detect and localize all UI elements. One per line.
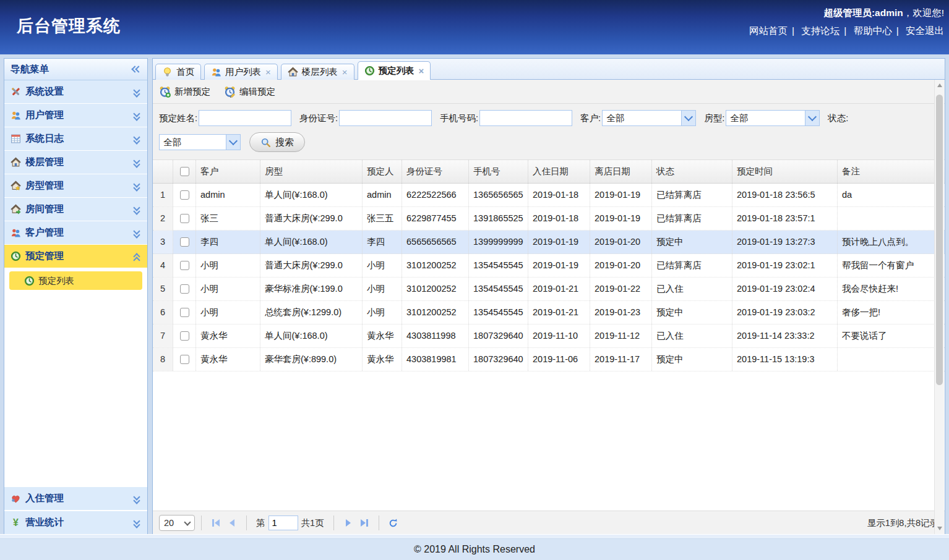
edit-booking-button[interactable]: 编辑预定 [224, 86, 275, 98]
page-number-input[interactable] [268, 515, 298, 530]
cell-note [838, 348, 945, 371]
header-link[interactable]: 网站首页 [749, 25, 788, 36]
users-icon [211, 67, 221, 77]
phone-input[interactable] [479, 110, 572, 126]
log-icon [11, 134, 21, 144]
vertical-scrollbar[interactable] [934, 80, 944, 534]
collapse-sidebar-icon[interactable] [132, 65, 141, 74]
toolbar: 新增预定 编辑预定 [153, 80, 945, 104]
tab[interactable]: 预定列表 × [358, 61, 431, 80]
scroll-up-icon[interactable] [937, 83, 942, 87]
column-header[interactable]: 预定时间 [732, 160, 838, 183]
cell-room-type: 普通大床房(¥:299.0 [260, 254, 363, 277]
chevron-down-icon [184, 519, 191, 525]
sidebar-item[interactable]: 楼层管理 [4, 151, 147, 174]
cell-checkout-date: 2019-01-23 [590, 301, 652, 324]
last-page-button[interactable] [356, 515, 372, 530]
sidebar-item[interactable]: 客户管理 [4, 221, 147, 245]
header-link[interactable]: 安全退出 [906, 25, 944, 36]
row-checkbox-cell [173, 325, 196, 347]
scroll-down-icon[interactable] [937, 527, 942, 530]
cell-id-number: 4303819981 [402, 348, 469, 371]
table-row[interactable]: 4 小明 普通大床房(¥:299.0 小明 3101200252 1354545… [153, 254, 945, 278]
cell-booking-time: 2019-01-18 23:56:5 [732, 184, 838, 206]
table-row[interactable]: 2 张三 普通大床房(¥:299.0 张三五 6229877455 139186… [153, 207, 945, 231]
roomtype-icon [11, 180, 21, 191]
cell-checkin-date: 2019-01-18 [528, 184, 590, 206]
header-links: 网站首页| 支持论坛| 帮助中心| 安全退出| [749, 24, 944, 38]
page-size-select[interactable]: 20 [159, 515, 195, 531]
first-page-button[interactable] [208, 515, 224, 530]
select-all-checkbox[interactable] [180, 167, 189, 176]
column-header[interactable]: 房型 [260, 160, 363, 183]
tab-close-icon[interactable]: × [342, 67, 348, 77]
scrollbar-thumb[interactable] [936, 95, 943, 385]
sidebar-item[interactable]: ¥ 营业统计 [4, 511, 147, 535]
tab[interactable]: 用户列表 × [204, 64, 278, 80]
chevron-down-icon[interactable] [226, 135, 240, 150]
sidebar-item[interactable]: 预定管理 [4, 245, 147, 268]
grid-header: 客户 房型 预定人 身份证号 手机号 入住日期 离店日期 状态 预定时间 备注 [153, 160, 945, 184]
row-checkbox[interactable] [180, 355, 189, 364]
sidebar-item[interactable]: 入住管理 [4, 486, 147, 511]
table-row[interactable]: 6 小明 总统套房(¥:1299.0) 小明 3101200252 135454… [153, 301, 945, 325]
cell-id-number: 3101200252 [402, 278, 469, 300]
row-checkbox[interactable] [180, 261, 189, 270]
roomtype-select[interactable]: 全部 [726, 110, 820, 126]
prev-page-button[interactable] [224, 515, 240, 530]
header-link[interactable]: 帮助中心 [854, 25, 892, 36]
table-row[interactable]: 3 李四 单人间(¥:168.0) 李四 6565656565 13999999… [153, 231, 945, 254]
pagination-bar: 20 第 共1页 显示1到8,共8记录 [153, 511, 945, 535]
column-header[interactable]: 备注 [838, 160, 945, 183]
cell-note: 不要说话了 [838, 325, 945, 347]
column-header[interactable]: 离店日期 [590, 160, 652, 183]
column-header[interactable]: 身份证号 [402, 160, 469, 183]
tab[interactable]: 楼层列表 × [281, 64, 354, 80]
customer-label: 客户: [580, 112, 601, 124]
table-row[interactable]: 7 黄永华 单人间(¥:168.0) 黄永华 4303811998 180732… [153, 325, 945, 348]
chevron-down-icon[interactable] [805, 111, 819, 125]
tab[interactable]: 首页 [155, 64, 201, 80]
phone-label: 手机号码: [440, 112, 478, 124]
sidebar-subitem-booking-list[interactable]: 预定列表 [9, 271, 142, 290]
sidebar-item[interactable]: 用户管理 [4, 104, 147, 127]
cell-checkout-date: 2019-01-22 [590, 278, 652, 300]
tab-close-icon[interactable]: × [265, 67, 271, 77]
sidebar-item[interactable]: 系统设置 [4, 80, 147, 104]
header-link[interactable]: 支持论坛 [801, 25, 840, 36]
next-page-button[interactable] [340, 515, 356, 530]
table-row[interactable]: 5 小明 豪华标准房(¥:199.0 小明 3101200252 1354545… [153, 278, 945, 301]
row-checkbox[interactable] [180, 308, 189, 317]
search-button[interactable]: 搜索 [249, 132, 305, 152]
tab-close-icon[interactable]: × [419, 66, 424, 75]
row-checkbox[interactable] [180, 331, 189, 341]
edit-booking-icon [224, 86, 236, 98]
row-checkbox-cell [173, 254, 196, 277]
row-checkbox[interactable] [180, 237, 189, 247]
sidebar-item[interactable]: 房间管理 [4, 198, 147, 221]
add-booking-button[interactable]: 新增预定 [159, 86, 210, 98]
row-checkbox[interactable] [180, 284, 189, 294]
refresh-button[interactable] [385, 515, 402, 530]
sidebar-item[interactable]: 系统日志 [4, 127, 147, 151]
column-header[interactable]: 入住日期 [528, 160, 590, 183]
column-header[interactable]: 客户 [196, 160, 260, 183]
row-checkbox-cell [173, 278, 196, 300]
cell-booker: 黄永华 [363, 348, 402, 371]
chevron-down-icon[interactable] [681, 111, 695, 125]
table-row[interactable]: 1 admin 单人间(¥:168.0) admin 6222522566 13… [153, 184, 945, 207]
row-checkbox[interactable] [180, 214, 189, 223]
id-number-input[interactable] [339, 110, 432, 126]
row-checkbox[interactable] [180, 190, 189, 200]
sidebar-item[interactable]: 房型管理 [4, 174, 147, 198]
cell-booking-time: 2019-01-19 23:02:1 [732, 254, 838, 277]
booking-name-input[interactable] [199, 110, 291, 126]
status-select[interactable]: 全部 [159, 134, 241, 150]
cell-checkin-date: 2019-01-21 [528, 301, 590, 324]
column-header[interactable]: 手机号 [469, 160, 528, 183]
users-icon [11, 110, 21, 121]
customer-select[interactable]: 全部 [602, 110, 696, 126]
table-row[interactable]: 8 黄永华 豪华套房(¥:899.0) 黄永华 4303819981 18073… [153, 348, 945, 371]
column-header[interactable]: 状态 [652, 160, 732, 183]
column-header[interactable]: 预定人 [363, 160, 402, 183]
